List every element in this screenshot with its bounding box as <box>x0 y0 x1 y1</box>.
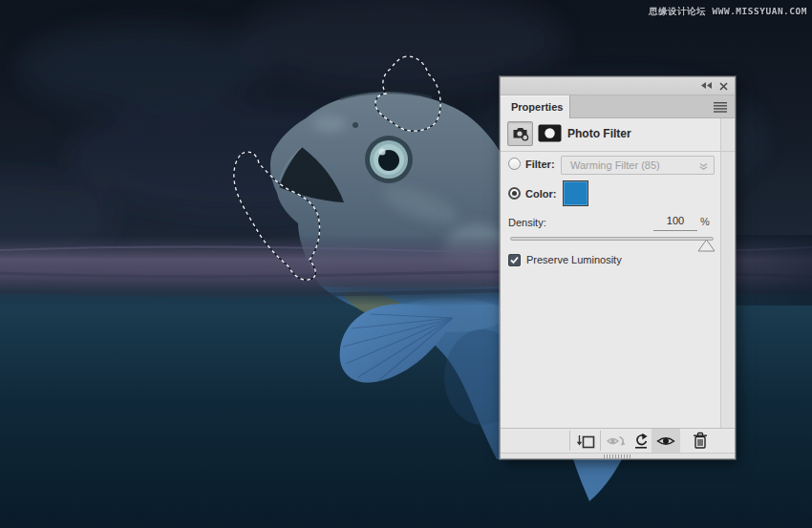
scrollbar-track[interactable] <box>720 118 734 428</box>
panel-menu-icon[interactable] <box>714 102 727 113</box>
filter-radio[interactable] <box>508 158 521 170</box>
tab-properties[interactable]: Properties <box>501 95 570 118</box>
photo-filter-adjustment-icon[interactable] <box>507 121 533 146</box>
double-chevron-icon <box>699 162 708 171</box>
close-panel-icon[interactable] <box>719 82 728 91</box>
panel-resize-grip[interactable] <box>604 454 630 458</box>
density-value-field[interactable]: 100 <box>653 215 697 231</box>
panel-content: Photo Filter Filter: Warming Filter (85)… <box>501 118 735 428</box>
view-previous-state-eye-arrow-icon[interactable] <box>604 429 629 453</box>
delete-adjustment-trash-icon[interactable] <box>688 429 713 453</box>
layer-visibility-eye-icon[interactable] <box>652 429 680 453</box>
color-radio[interactable] <box>508 187 521 200</box>
panel-bottom-strip <box>501 453 735 458</box>
adjustment-title: Photo Filter <box>567 127 631 140</box>
properties-panel: Properties Photo Filter Filte <box>500 76 736 459</box>
panel-toolbar <box>501 428 735 453</box>
filter-dropdown[interactable]: Warming Filter (85) <box>561 156 715 175</box>
color-label: Color: <box>525 188 556 200</box>
color-swatch[interactable] <box>563 180 588 206</box>
clip-to-layer-icon[interactable] <box>572 429 599 453</box>
site-watermark: 思缘设计论坛 WWW.MISSYUAN.COM <box>649 6 807 18</box>
panel-tabbar: Properties <box>501 95 735 118</box>
fish-nostril <box>353 122 358 128</box>
layer-mask-icon[interactable] <box>538 124 562 142</box>
density-slider-thumb[interactable] <box>697 239 716 252</box>
collapse-panel-icon[interactable] <box>701 82 712 89</box>
reset-to-defaults-icon[interactable] <box>630 429 652 453</box>
toolbar-separator <box>569 431 570 451</box>
photoshop-workspace: 思缘设计论坛 WWW.MISSYUAN.COM Properties <box>0 0 812 528</box>
toolbar-separator <box>600 431 601 451</box>
panel-titlebar <box>501 77 735 95</box>
preserve-luminosity-label: Preserve Luminosity <box>526 254 622 265</box>
filter-dropdown-value: Warming Filter (85) <box>570 159 660 171</box>
fish-eye <box>365 136 413 183</box>
density-label: Density: <box>508 217 546 228</box>
divider <box>501 151 735 152</box>
density-unit: % <box>700 216 710 227</box>
filter-label: Filter: <box>525 158 555 170</box>
preserve-luminosity-checkbox[interactable] <box>508 254 521 266</box>
density-slider-track[interactable] <box>510 237 714 241</box>
